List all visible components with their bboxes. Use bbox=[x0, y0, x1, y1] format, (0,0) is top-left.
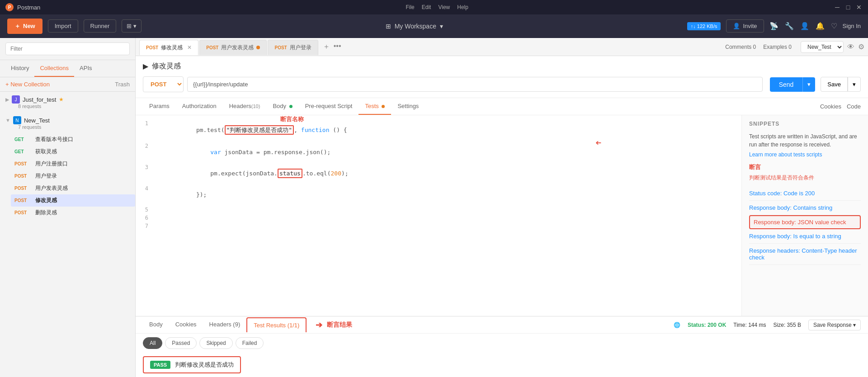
more-tabs-icon[interactable]: ••• bbox=[334, 42, 341, 52]
code-line-6: 6 bbox=[136, 213, 741, 221]
status-ok: Status: 200 OK bbox=[688, 322, 726, 328]
annotation-snippet: 断言 bbox=[749, 163, 861, 171]
req-tab-params[interactable]: Params bbox=[143, 98, 176, 115]
filter-skipped[interactable]: Skipped bbox=[199, 337, 232, 349]
send-button[interactable]: Send bbox=[770, 77, 803, 92]
tab-method-1: POST bbox=[206, 45, 218, 50]
resp-tab-cookies[interactable]: Cookies bbox=[169, 316, 203, 333]
new-collection-button[interactable]: + New Collection bbox=[5, 81, 50, 88]
icon-button[interactable]: ⊞ ▾ bbox=[122, 19, 142, 33]
req-tab-body[interactable]: Body bbox=[266, 98, 298, 115]
menu-file[interactable]: File bbox=[406, 4, 414, 10]
trash-button[interactable]: Trash bbox=[115, 81, 130, 88]
resp-tab-test-results[interactable]: Test Results (1/1) bbox=[246, 317, 307, 332]
filter-passed[interactable]: Passed bbox=[165, 337, 197, 349]
url-input[interactable] bbox=[187, 77, 763, 92]
eye-icon[interactable]: 👁 bbox=[847, 43, 854, 51]
heart-icon[interactable]: ♡ bbox=[831, 22, 837, 30]
bell-icon[interactable]: 🔔 bbox=[816, 22, 825, 30]
snippet-2[interactable]: Response body: JSON value check bbox=[749, 215, 861, 229]
window-maximize[interactable]: □ bbox=[844, 4, 852, 11]
new-button[interactable]: ＋ New bbox=[7, 19, 42, 34]
resp-tab-headers[interactable]: Headers (9) bbox=[203, 316, 247, 333]
request-name-2: 用户注册接口 bbox=[35, 160, 68, 168]
learn-more-link[interactable]: Learn more about tests scripts bbox=[749, 151, 861, 158]
snippet-1[interactable]: Response body: Contains string bbox=[749, 201, 861, 215]
sidebar-content: ▶ J Just_for_test ★ 8 requests ▼ N New_T… bbox=[0, 92, 135, 377]
request-item-6[interactable]: POST 删除灵感 bbox=[11, 207, 135, 219]
workspace-label: My Workspace bbox=[395, 23, 436, 30]
snippet-0[interactable]: Status code: Code is 200 bbox=[749, 186, 861, 201]
save-response-button[interactable]: Save Response ▾ bbox=[808, 320, 861, 330]
env-selector[interactable]: New_Test bbox=[801, 41, 844, 53]
tab-2[interactable]: POST 用户登录 bbox=[268, 40, 318, 55]
snippet-3[interactable]: Response body: Is equal to a string bbox=[749, 229, 861, 244]
add-tab-icon[interactable]: ＋ bbox=[323, 42, 330, 52]
request-item-2[interactable]: POST 用户注册接口 bbox=[11, 158, 135, 170]
code-link[interactable]: Code bbox=[847, 103, 861, 110]
filter-failed[interactable]: Failed bbox=[236, 337, 264, 349]
search-container bbox=[0, 38, 135, 60]
menu-edit[interactable]: Edit bbox=[422, 4, 431, 10]
workspace-selector[interactable]: ⊞ My Workspace ▾ bbox=[147, 23, 682, 30]
gear-icon[interactable]: ⚙ bbox=[858, 42, 864, 51]
save-dropdown[interactable]: ▾ bbox=[848, 77, 861, 92]
menu-help[interactable]: Help bbox=[457, 4, 468, 10]
sidebar-tab-apis[interactable]: APIs bbox=[74, 60, 97, 77]
satellite-icon[interactable]: 📡 bbox=[769, 22, 778, 30]
request-item-3[interactable]: POST 用户登录 bbox=[11, 170, 135, 182]
method-post-3: POST bbox=[14, 174, 32, 179]
invite-button[interactable]: 👤 Invite bbox=[726, 19, 764, 33]
req-tab-headers[interactable]: Headers(10) bbox=[223, 98, 267, 115]
tab-0[interactable]: POST 修改灵感 ✕ bbox=[139, 40, 198, 55]
app-logo: P bbox=[5, 3, 14, 11]
runner-button[interactable]: Runner bbox=[84, 19, 117, 33]
wrench-icon[interactable]: 🔧 bbox=[785, 22, 794, 30]
code-line-3: 3 pm.expect(jsonData.status.to.eql(200); bbox=[136, 163, 741, 184]
send-dropdown[interactable]: ▾ bbox=[802, 77, 815, 92]
snippets-description: Test scripts are written in JavaScript, … bbox=[749, 132, 861, 149]
dropdown-icon: ▾ bbox=[853, 322, 856, 328]
request-item-4[interactable]: POST 用户发表灵感 bbox=[11, 182, 135, 194]
test-result-item: PASS 判断修改灵感是否成功 bbox=[143, 356, 241, 373]
collection-item-0[interactable]: ▶ J Just_for_test ★ 8 requests bbox=[0, 92, 135, 113]
filter-all[interactable]: All bbox=[143, 337, 162, 349]
save-button[interactable]: Save bbox=[821, 77, 848, 92]
req-tab-prerequest[interactable]: Pre-request Script bbox=[299, 98, 359, 115]
tab-1[interactable]: POST 用户发表灵感 bbox=[199, 40, 267, 55]
request-tabs: Params Authorization Headers(10) Body Pr… bbox=[136, 98, 868, 115]
collection-item-1[interactable]: ▼ N New_Test 7 requests bbox=[0, 113, 135, 133]
search-input[interactable] bbox=[5, 42, 130, 55]
code-line-4: 4 }); bbox=[136, 184, 741, 205]
req-tab-settings[interactable]: Settings bbox=[391, 98, 425, 115]
cookies-link[interactable]: Cookies bbox=[820, 103, 841, 110]
req-tab-authorization[interactable]: Authorization bbox=[176, 98, 223, 115]
code-editor[interactable]: 1 pm.test("判断修改灵感是否成功", function () { 2 … bbox=[136, 115, 741, 316]
snippet-4[interactable]: Response headers: Content-Type header ch… bbox=[749, 244, 861, 265]
test-results-content: PASS 判断修改灵感是否成功 bbox=[136, 353, 868, 377]
response-size: Size: 355 B bbox=[774, 322, 801, 328]
comments-label: Comments 0 bbox=[725, 44, 756, 50]
req-tab-tests[interactable]: Tests bbox=[359, 98, 391, 115]
tabs-actions: ＋ ••• bbox=[323, 42, 341, 52]
request-item-5[interactable]: POST 修改灵感 bbox=[11, 194, 135, 207]
window-close[interactable]: ✕ bbox=[855, 4, 863, 11]
import-button[interactable]: Import bbox=[48, 19, 78, 33]
toolbar: ＋ New Import Runner ⊞ ▾ ⊞ My Workspace ▾… bbox=[0, 14, 868, 38]
response-area: Body Cookies Headers (9) Test Results (1… bbox=[136, 316, 868, 377]
menu-view[interactable]: View bbox=[438, 4, 450, 10]
resp-tab-body[interactable]: Body bbox=[143, 316, 169, 333]
sidebar-tab-collections[interactable]: Collections bbox=[34, 60, 74, 77]
window-minimize[interactable]: ─ bbox=[834, 4, 841, 11]
window-controls: ─ □ ✕ bbox=[834, 4, 863, 11]
toolbar-icons: 📡 🔧 👤 🔔 ♡ bbox=[769, 22, 837, 30]
request-name-3: 用户登录 bbox=[35, 172, 57, 180]
method-select[interactable]: POST bbox=[143, 76, 184, 92]
person-icon[interactable]: 👤 bbox=[800, 22, 809, 30]
signin-button[interactable]: Sign In bbox=[843, 23, 861, 29]
request-item-0[interactable]: GET 查看版本号接口 bbox=[11, 133, 135, 146]
tab-close-0[interactable]: ✕ bbox=[187, 44, 192, 51]
sidebar-tab-history[interactable]: History bbox=[5, 60, 34, 77]
request-item-1[interactable]: GET 获取灵感 bbox=[11, 146, 135, 158]
titlebar: P Postman File Edit View Help ─ □ ✕ bbox=[0, 0, 868, 14]
